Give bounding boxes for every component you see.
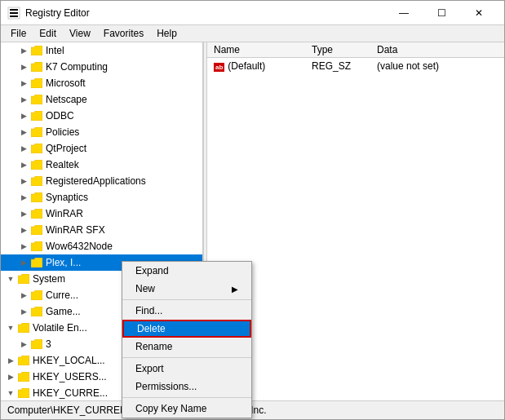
expander-qtproject: ▶ (17, 142, 30, 155)
main-content: ▶ Intel ▶ K7 Computing ▶ (1, 42, 504, 400)
tree-label-hkeycurre: HKEY_CURRE... (33, 387, 108, 399)
folder-icon-game (30, 305, 43, 318)
folder-icon-volatile (17, 321, 30, 334)
app-icon (7, 7, 20, 20)
context-menu-separator-2 (122, 357, 251, 358)
tree-item-policies[interactable]: ▶ Policies (1, 124, 202, 140)
context-menu-rename[interactable]: Rename (122, 338, 251, 356)
expander-volatile: ▼ (4, 321, 17, 334)
title-bar: Registry Editor — ☐ ✕ (1, 1, 504, 25)
folder-icon-policies (30, 126, 43, 139)
folder-icon-intel (30, 44, 43, 57)
tree-label-hkeyusers: HKEY_USERS... (33, 371, 107, 382)
svg-rect-3 (10, 15, 18, 17)
tree-label-netscape: Netscape (46, 94, 87, 105)
cell-data: (value not set) (370, 58, 504, 74)
close-button[interactable]: ✕ (460, 1, 498, 25)
status-bar: Computer\HKEY_CURRENT_USER\SOFTWARE\Plex… (1, 400, 504, 419)
folder-icon-hkeycurre (17, 387, 30, 400)
tree-item-synaptics[interactable]: ▶ Synaptics (1, 189, 202, 206)
tree-label-odbc: ODBC (46, 110, 74, 122)
expander-game: ▶ (17, 305, 30, 318)
folder-icon-hkeylocal (17, 354, 30, 367)
menu-help[interactable]: Help (150, 26, 184, 41)
expander-plex: ▶ (17, 256, 30, 269)
folder-icon-hkeyusers (17, 370, 30, 383)
cell-type: REG_SZ (305, 58, 370, 74)
registry-table: Name Type Data ab(Default) REG_SZ (value… (207, 42, 504, 74)
expander-winrarsfx: ▶ (17, 223, 30, 237)
tree-label-winrar: WinRAR (46, 208, 83, 219)
tree-label-current: Curre... (46, 290, 78, 301)
folder-icon-odbc (30, 109, 43, 122)
window-title: Registry Editor (25, 7, 90, 19)
table-row[interactable]: ab(Default) REG_SZ (value not set) (207, 58, 504, 74)
folder-icon-microsoft (30, 77, 43, 90)
context-menu-find[interactable]: Find... (122, 302, 251, 320)
tree-label-policies: Policies (46, 126, 79, 138)
tree-item-winrar[interactable]: ▶ WinRAR (1, 206, 202, 222)
folder-icon-winrarsfx (30, 223, 43, 237)
context-menu-expand[interactable]: Expand (122, 262, 251, 280)
expander-wow6432: ▶ (17, 240, 30, 253)
tree-item-wow6432[interactable]: ▶ Wow6432Node (1, 238, 202, 254)
window-controls: — ☐ ✕ (385, 1, 498, 25)
tree-item-registeredapps[interactable]: ▶ RegisteredApplications (1, 173, 202, 189)
maximize-button[interactable]: ☐ (423, 1, 460, 25)
tree-item-winrarsfx[interactable]: ▶ WinRAR SFX (1, 222, 202, 238)
menu-view[interactable]: View (63, 26, 97, 41)
tree-item-k7computing[interactable]: ▶ K7 Computing (1, 59, 202, 75)
tree-label-synaptics: Synaptics (46, 192, 88, 203)
window: Registry Editor — ☐ ✕ File Edit View Fav… (0, 0, 505, 420)
expander-k7computing: ▶ (17, 60, 30, 73)
context-menu-copykeyname[interactable]: Copy Key Name (122, 400, 251, 418)
context-menu-permissions[interactable]: Permissions... (122, 378, 251, 396)
expander-current: ▶ (17, 289, 30, 302)
tree-item-qtproject[interactable]: ▶ QtProject (1, 140, 202, 157)
expander-policies: ▶ (17, 126, 30, 139)
tree-item-odbc[interactable]: ▶ ODBC (1, 108, 202, 124)
menu-favorites[interactable]: Favorites (97, 26, 150, 41)
ab-icon: ab (214, 63, 224, 72)
tree-label-hkeylocal: HKEY_LOCAL... (33, 355, 105, 366)
svg-rect-1 (10, 9, 18, 11)
tree-label-microsoft: Microsoft (46, 77, 86, 89)
expander-winrar: ▶ (17, 207, 30, 220)
tree-item-netscape[interactable]: ▶ Netscape (1, 91, 202, 108)
expander-microsoft: ▶ (17, 77, 30, 90)
expander-hkeycurre: ▼ (4, 387, 17, 400)
menu-file[interactable]: File (4, 26, 33, 41)
tree-item-microsoft[interactable]: ▶ Microsoft (1, 75, 202, 91)
col-header-data: Data (370, 42, 504, 58)
expander-synaptics: ▶ (17, 191, 30, 204)
expander-odbc: ▶ (17, 109, 30, 122)
menu-bar: File Edit View Favorites Help (1, 25, 504, 42)
tree-item-intel[interactable]: ▶ Intel (1, 42, 202, 59)
folder-icon-realtek (30, 158, 43, 171)
tree-label-registeredapps: RegisteredApplications (46, 175, 146, 187)
expander-netscape: ▶ (17, 93, 30, 106)
expander-3: ▶ (17, 338, 30, 351)
expander-intel: ▶ (17, 44, 30, 57)
context-menu-new[interactable]: New ▶ (122, 280, 251, 298)
expander-registeredapps: ▶ (17, 175, 30, 188)
context-menu-export[interactable]: Export (122, 360, 251, 378)
menu-edit[interactable]: Edit (33, 26, 63, 41)
minimize-button[interactable]: — (385, 1, 423, 25)
folder-icon-registeredapps (30, 175, 43, 188)
context-menu-separator-3 (122, 397, 251, 398)
folder-icon-qtproject (30, 142, 43, 155)
tree-label-game: Game... (46, 306, 81, 317)
tree-label-k7computing: K7 Computing (46, 61, 108, 73)
tree-label-system: System (33, 273, 65, 285)
tree-label-wow6432: Wow6432Node (46, 241, 113, 252)
tree-label-plex: Plex, I... (46, 257, 81, 268)
expander-system: ▼ (4, 272, 17, 285)
tree-label-qtproject: QtProject (46, 143, 86, 154)
expander-realtek: ▶ (17, 158, 30, 171)
folder-icon-k7computing (30, 60, 43, 73)
context-menu-delete[interactable]: Delete (122, 320, 251, 338)
col-header-name: Name (207, 42, 305, 58)
tree-item-realtek[interactable]: ▶ Realtek (1, 157, 202, 173)
folder-icon-winrar (30, 207, 43, 220)
